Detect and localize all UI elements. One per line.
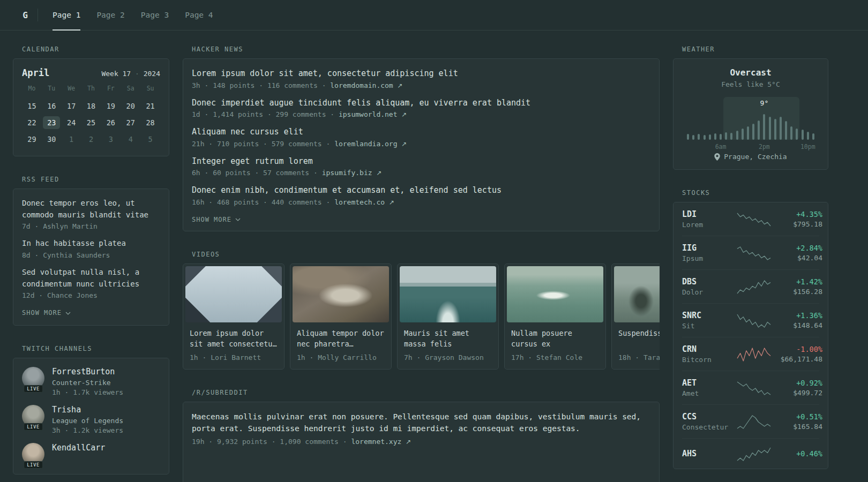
tab-page-3[interactable]: Page 3 [133,0,177,30]
tab-page-2[interactable]: Page 2 [88,0,132,30]
item-domain[interactable]: loremnet.xyz [351,438,401,446]
calendar-card: April Week 17 · 2024 MoTuWeThFrSaSu 1516… [13,58,169,156]
twitch-channel-game[interactable]: League of Legends [52,417,123,425]
stock-row-ldi[interactable]: LDILorem+4.35%$795.18 [682,202,819,236]
rss-widget-title: RSS FEED [22,176,169,183]
twitch-channel: LIVETrishaLeague of Legends3h · 1.2k vie… [22,405,160,434]
video-title[interactable]: Suspendisse diam [618,328,660,350]
left-column: CALENDAR April Week 17 · 2024 MoTuWeThFr… [13,46,169,482]
subreddit-post-title[interactable]: Maecenas mollis pulvinar erat non posuer… [192,411,650,435]
video-thumbnail-camera-hands[interactable] [293,266,389,322]
video-thumbnail-foggy-figure[interactable] [614,266,660,322]
video-card[interactable]: Aliquam tempor dolor nec pharetra…1h · M… [290,263,392,370]
weather-bar [742,129,744,140]
stock-row-snrc[interactable]: SNRCSit+1.36%$148.64 [682,304,819,337]
video-thumbnail-boat-wake[interactable] [400,266,496,322]
stock-change: +4.35% [775,210,822,219]
video-title[interactable]: Lorem ipsum dolor sit amet consectetu… [190,328,278,350]
external-link-icon: ↗ [406,438,411,446]
video-title[interactable]: Aliquam tempor dolor nec pharetra… [297,328,385,350]
hn-item: Aliquam nec cursus elit21h · 710 points … [192,126,650,148]
twitch-channel-name[interactable]: KendallCarr [52,443,105,453]
hn-item-title[interactable]: Donec enim nibh, condimentum et accumsan… [192,184,650,197]
video-thumbnail-canoe-lake[interactable] [507,266,603,322]
rss-show-more-button[interactable]: SHOW MORE [22,309,71,317]
weather-hour-label: 2pm [759,143,770,150]
calendar-week: Week 17 [101,70,131,78]
stock-sparkline [737,278,771,295]
avatar[interactable]: LIVE [22,367,44,389]
weather-condition: Overcast [682,67,819,78]
stock-sparkline [737,413,771,430]
stock-row-ahs[interactable]: AHS+0.46% [682,439,819,469]
stock-symbol: AHS [682,449,732,458]
weather-bar [714,133,716,140]
calendar-dow: Th [81,85,101,97]
weather-location-label: Prague, Czechia [724,153,787,161]
stock-change: +0.92% [775,379,822,387]
middle-column: HACKER NEWS Lorem ipsum dolor sit amet, … [183,46,660,482]
stock-price: $156.28 [775,288,822,296]
calendar-days-grid: 1516171819202122232425262728293012345 [22,97,160,147]
external-link-icon: ↗ [401,111,407,118]
stock-row-aet[interactable]: AETAmet+0.92%$499.72 [682,371,819,405]
video-card[interactable]: Suspendisse diam18h · Tara [611,263,660,370]
calendar-day: 4 [121,131,140,147]
weather-location: Prague, Czechia [682,153,819,161]
item-meta: 6h · 60 points · 57 comments [192,169,309,177]
item-domain[interactable]: loremlandia.org [334,140,397,148]
video-card[interactable]: Mauris sit amet massa felis7h · Grayson … [397,263,499,370]
rss-item: In hac habitasse platea8d · Cynthia Saun… [22,238,160,259]
hn-item-title[interactable]: Donec imperdiet augue tincidunt felis al… [192,97,650,109]
app-logo: G [13,0,38,30]
stock-sparkline [737,245,771,261]
hn-item-title[interactable]: Integer eget rutrum lorem [192,155,650,168]
live-badge: LIVE [24,461,43,469]
weather-chart: 9° 6am2pm10pm [685,97,816,140]
video-thumbnail-cross-sky[interactable] [185,266,282,322]
calendar-dow: Sa [121,85,140,97]
twitch-channel-name[interactable]: ForrestBurton [52,367,123,376]
stock-name: Ipsum [682,254,732,262]
hn-item: Donec imperdiet augue tincidunt felis al… [192,97,650,119]
calendar-widget-title: CALENDAR [22,46,169,53]
calendar-day: 22 [22,114,42,131]
item-domain[interactable]: loremtech.co [334,198,385,206]
stock-price: $66,171.48 [775,355,822,363]
hackernews-show-more-button[interactable]: SHOW MORE [192,216,241,223]
calendar-day: 3 [101,131,121,147]
stock-row-iig[interactable]: IIGIpsum+2.84%$42.04 [682,236,819,270]
hn-item-title[interactable]: Aliquam nec cursus elit [192,126,650,138]
twitch-channel-name[interactable]: Trisha [52,405,123,415]
avatar[interactable]: LIVE [22,443,44,465]
video-title[interactable]: Nullam posuere cursus ex [511,328,599,350]
show-more-label: SHOW MORE [22,309,62,317]
stock-sparkline [737,346,771,362]
hn-item-title[interactable]: Lorem ipsum dolor sit amet, consectetur … [192,67,650,80]
stock-row-crn[interactable]: CRNBitcorn-1.00%$66,171.48 [682,337,819,371]
rss-item: Sed volutpat nulla nisl, a condimentum n… [22,267,160,299]
tab-page-1[interactable]: Page 1 [44,0,88,30]
weather-bar [720,134,722,140]
tab-page-4[interactable]: Page 4 [177,0,221,30]
weather-bar [758,120,760,140]
item-domain[interactable]: ipsumify.biz [322,169,372,177]
avatar[interactable]: LIVE [22,405,44,427]
rss-item-title[interactable]: Sed volutpat nulla nisl, a condimentum n… [22,267,160,290]
calendar-day: 15 [22,97,42,114]
video-card[interactable]: Lorem ipsum dolor sit amet consectetu…1h… [183,263,285,370]
twitch-channel-game[interactable]: Counter-Strike [52,379,123,387]
rss-item-title[interactable]: Donec tempor eros leo, ut commodo mauris… [22,198,160,221]
stock-row-ccs[interactable]: CCSConsectetur+0.51%$165.84 [682,405,819,439]
stock-row-dbs[interactable]: DBSDolor+1.42%$156.28 [682,270,819,304]
hn-item: Donec enim nibh, condimentum et accumsan… [192,184,650,206]
rss-item-title[interactable]: In hac habitasse platea [22,238,160,250]
video-title[interactable]: Mauris sit amet massa felis [404,328,492,350]
video-meta: 17h · Stefan Cole [511,353,599,362]
stock-sparkline [737,312,771,328]
item-domain[interactable]: loremdomain.com [330,81,393,89]
twitch-widget: TWITCH CHANNELS LIVEForrestBurtonCounter… [13,345,169,475]
item-domain[interactable]: ipsumworld.net [339,110,398,118]
calendar-day: 30 [42,131,62,147]
video-card[interactable]: Nullam posuere cursus ex17h · Stefan Col… [504,263,606,370]
